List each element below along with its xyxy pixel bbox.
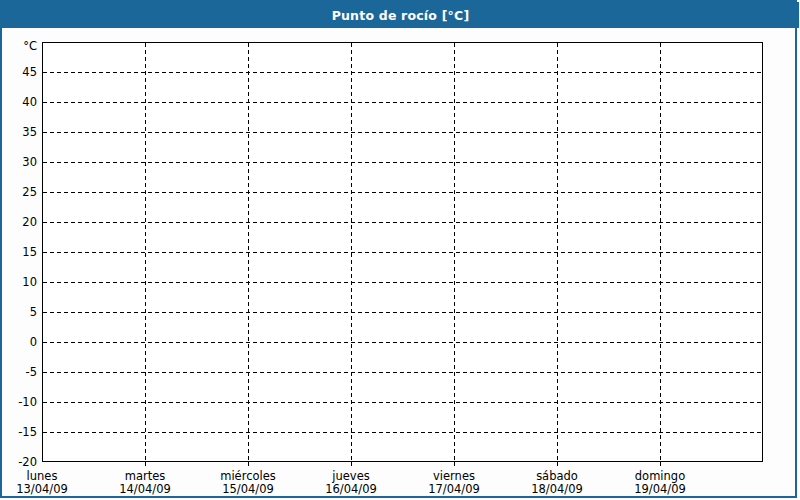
y-axis-tick-label: 25	[2, 185, 37, 199]
gridline-horizontal	[43, 132, 762, 133]
y-axis-tick-label: -15	[2, 425, 37, 439]
x-axis-tick	[454, 462, 455, 466]
gridline-horizontal	[43, 222, 762, 223]
gridline-horizontal	[43, 192, 762, 193]
y-axis-tick-label: 45	[2, 65, 37, 79]
gridline-horizontal	[43, 102, 762, 103]
gridline-horizontal	[43, 312, 762, 313]
y-axis-tick-label: 10	[2, 275, 37, 289]
x-axis-date-label: 15/04/09	[200, 483, 296, 496]
x-axis-tick	[351, 462, 352, 466]
x-axis-tick	[248, 462, 249, 466]
chart-title-bar: Punto de rocío [°C]	[2, 2, 799, 28]
chart-title: Punto de rocío [°C]	[332, 8, 470, 23]
y-axis-tick-label: 0	[2, 335, 37, 349]
y-axis-tick-label: 35	[2, 125, 37, 139]
gridline-horizontal	[43, 72, 762, 73]
x-axis-date-label: 16/04/09	[303, 483, 399, 496]
y-axis-unit-label: °C	[2, 39, 37, 53]
gridline-horizontal	[43, 162, 762, 163]
x-axis-date-label: 13/04/09	[0, 483, 90, 496]
gridline-horizontal	[43, 282, 762, 283]
y-axis-tick-label: 5	[2, 305, 37, 319]
gridline-horizontal	[43, 342, 762, 343]
x-axis-date-label: 19/04/09	[612, 483, 708, 496]
y-axis-tick-label: -5	[2, 365, 37, 379]
gridline-horizontal	[43, 372, 762, 373]
gridline-vertical	[145, 43, 146, 461]
y-axis-tick-label: 30	[2, 155, 37, 169]
x-axis-tick	[660, 462, 661, 466]
x-axis-tick	[145, 462, 146, 466]
gridline-vertical	[351, 43, 352, 461]
y-axis-tick-label: -20	[2, 455, 37, 469]
x-axis-date-label: 14/04/09	[97, 483, 193, 496]
y-axis-tick-label: 15	[2, 245, 37, 259]
y-axis-tick-label: 40	[2, 95, 37, 109]
x-axis-date-label: 18/04/09	[509, 483, 605, 496]
y-axis-tick-label: 20	[2, 215, 37, 229]
gridline-horizontal	[43, 432, 762, 433]
gridline-horizontal	[43, 402, 762, 403]
gridline-horizontal	[43, 252, 762, 253]
chart-frame: Punto de rocío [°C] °C454035302520151050…	[0, 0, 797, 498]
gridline-vertical	[660, 43, 661, 461]
y-axis-tick-label: -10	[2, 395, 37, 409]
gridline-vertical	[248, 43, 249, 461]
x-axis-date-label: 17/04/09	[406, 483, 502, 496]
gridline-vertical	[557, 43, 558, 461]
gridline-vertical	[454, 43, 455, 461]
chart-window: Punto de rocío [°C] °C454035302520151050…	[0, 0, 800, 500]
x-axis-tick	[557, 462, 558, 466]
